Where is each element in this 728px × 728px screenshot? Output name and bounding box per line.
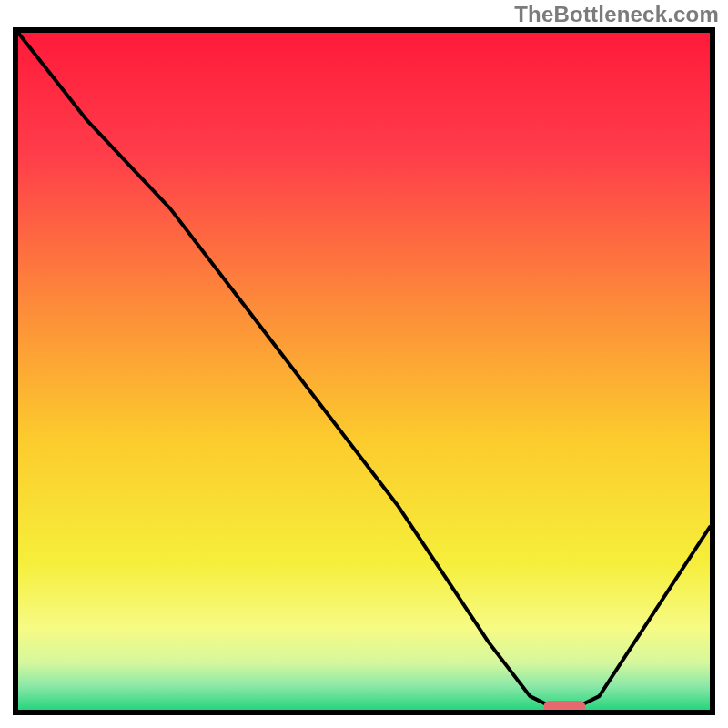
watermark-text: TheBottleneck.com <box>514 2 719 27</box>
chart-plot-area <box>13 27 715 715</box>
chart-svg <box>18 33 710 710</box>
chart-background-gradient <box>18 33 710 710</box>
optimal-marker <box>544 701 586 710</box>
